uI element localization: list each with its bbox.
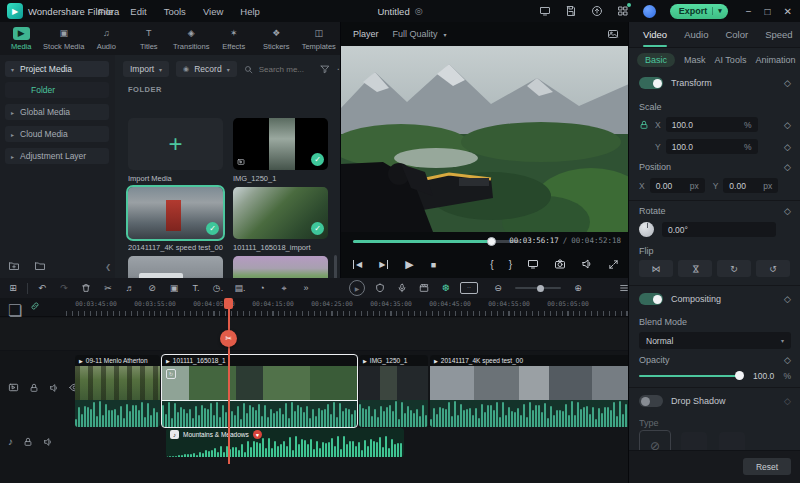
new-folder-icon[interactable] [8,260,20,272]
media-tile-speed-test[interactable]: ✓ [128,187,223,239]
opacity-slider-handle[interactable] [735,371,744,380]
display-settings-icon[interactable] [607,28,619,40]
sidebar-item-global-media[interactable]: ▸ Global Media [5,104,109,120]
link-clips-icon[interactable] [30,301,40,311]
snapshot-display-icon[interactable] [527,258,539,270]
lock-track-icon[interactable] [29,383,39,393]
scale-x-keyframe-icon[interactable]: ◇ [784,120,791,130]
media-tile-img-1250[interactable]: ✓ [233,118,328,170]
flip-vertical-button[interactable]: ⋈ [678,260,712,277]
opacity-keyframe-icon[interactable]: ◇ [784,355,791,365]
subtab-mask[interactable]: Mask [684,55,706,65]
menu-view[interactable]: View [203,6,223,17]
text-tool-icon[interactable]: T. [185,283,207,293]
keyframe-tool-icon[interactable]: ♬ [119,283,141,293]
compositing-toggle[interactable] [639,293,663,305]
ai-snowflake-icon[interactable]: ❆ [435,283,457,293]
tab-transitions[interactable]: ◈ Transitions [170,22,213,55]
props-tab-video[interactable]: Video [643,29,667,40]
stop-button[interactable]: ■ [431,260,436,270]
project-menu-icon[interactable]: ◎ [415,6,423,16]
sidebar-item-cloud-media[interactable]: ▸ Cloud Media [5,126,109,142]
search-input[interactable] [257,64,313,75]
compositing-keyframe-icon[interactable]: ◇ [784,294,791,304]
mirror-display-icon[interactable] [539,5,551,17]
clip-menlo-atherton[interactable]: ▶ 09-11 Menlo Atherton [75,355,160,427]
reset-button[interactable]: Reset [743,458,791,475]
sidebar-item-folder[interactable]: Folder [5,82,109,98]
clip-speed-test[interactable]: ▶ 20141117_4K speed test_00 [430,355,628,427]
more-tools-icon[interactable]: » [295,283,317,293]
scale-x-input[interactable]: 100.0 % [666,117,758,132]
undo-icon[interactable]: ↶ [31,283,53,293]
speaker-icon[interactable] [581,258,593,270]
motion-track-icon[interactable]: ⌖ [273,283,295,294]
split-icon[interactable]: ✂ [97,283,119,293]
zoom-slider-handle[interactable] [537,285,544,292]
props-tab-color[interactable]: Color [725,29,748,40]
position-x-input[interactable]: 0.00 px [650,178,705,193]
project-title[interactable]: Untitled ◎ [330,0,470,22]
track-manager-icon[interactable] [613,283,628,293]
playback-progress-bar[interactable] [353,240,521,243]
export-dropdown-icon[interactable]: ▾ [712,7,722,15]
subtab-ai-tools[interactable]: AI Tools [715,55,747,65]
mask-icon[interactable] [369,283,391,293]
import-button[interactable]: Import ▾ [123,61,169,77]
crop-icon[interactable]: ▣ [163,283,185,293]
menu-help[interactable]: Help [240,6,260,17]
zoom-in-icon[interactable]: ⊕ [567,283,589,293]
zoom-out-icon[interactable]: ⊖ [487,283,509,293]
scale-y-input[interactable]: 100.0 % [666,139,758,154]
clip-img-1250[interactable]: ▶ IMG_1250_1 [359,355,428,427]
tab-titles[interactable]: T Titles [128,22,171,55]
clip-train-selected[interactable]: ▶ 101111_165018_1 ↻ [162,355,357,427]
disable-clip-icon[interactable]: ⊘ [141,283,163,293]
export-button[interactable]: Export ▾ [670,4,728,19]
opacity-slider[interactable] [639,375,743,378]
subtab-animation[interactable]: Animation [755,55,795,65]
mute-track-icon[interactable] [43,437,53,447]
media-tile-train[interactable]: ✓ [233,187,328,239]
tab-media[interactable]: ▶ Media [0,22,43,55]
sidebar-item-project-media[interactable]: ▾ Project Media [5,61,109,77]
timeline-ruler[interactable]: ❏ 00:03:45:00 00:03:55:00 00:04:05:00 00… [0,298,628,317]
mark-out-button[interactable]: } [509,259,512,270]
blend-mode-select[interactable]: Normal ▾ [639,332,791,349]
rotate-keyframe-icon[interactable]: ◇ [784,206,791,216]
rotate-ccw-button[interactable]: ↺ [756,260,790,277]
menu-file[interactable]: File [98,6,113,17]
audio-clip-mountains[interactable]: ♪ Mountains & Meadows ♥ [166,428,404,457]
tab-stock-media[interactable]: ▣ Stock Media [43,22,86,55]
import-media-tile[interactable]: + [128,118,223,170]
flip-horizontal-button[interactable]: ⋈ [639,260,673,277]
rotate-dial[interactable] [639,222,654,237]
tab-audio[interactable]: ♫ Audio [85,22,128,55]
scale-y-keyframe-icon[interactable]: ◇ [784,142,791,152]
tab-templates[interactable]: ◫ Templates [298,22,341,55]
tab-stickers[interactable]: ❖ Stickers [255,22,298,55]
menu-edit[interactable]: Edit [130,6,146,17]
previous-frame-button[interactable]: ◀ [353,260,362,269]
props-tab-speed[interactable]: Speed [765,29,792,40]
search-box[interactable] [244,64,313,75]
mark-in-button[interactable]: { [490,259,493,270]
render-preview-icon[interactable]: ▶ [349,280,365,296]
mute-track-icon[interactable] [49,383,59,393]
quality-dropdown[interactable]: Full Quality ▾ [393,29,447,39]
rotate-input[interactable]: 0.00° [662,222,776,237]
maximize-button[interactable]: □ [765,6,771,17]
delete-icon[interactable] [75,283,97,293]
share-icon[interactable] [591,5,603,17]
quick-split-scissors-icon[interactable]: ✂ [220,330,237,347]
next-frame-button[interactable]: ▶ [379,260,388,269]
props-tab-audio[interactable]: Audio [684,29,708,40]
timer-tool-icon[interactable]: ◔ [251,283,273,293]
rotate-cw-button[interactable]: ↻ [717,260,751,277]
position-keyframe-icon[interactable]: ◇ [784,162,791,172]
minimize-button[interactable]: − [746,6,752,17]
record-button[interactable]: ◉ Record ▾ [176,61,237,77]
speed-tool-icon[interactable]: ◷. [207,283,229,293]
close-button[interactable]: ✕ [784,6,792,17]
preview-video[interactable] [341,46,629,232]
